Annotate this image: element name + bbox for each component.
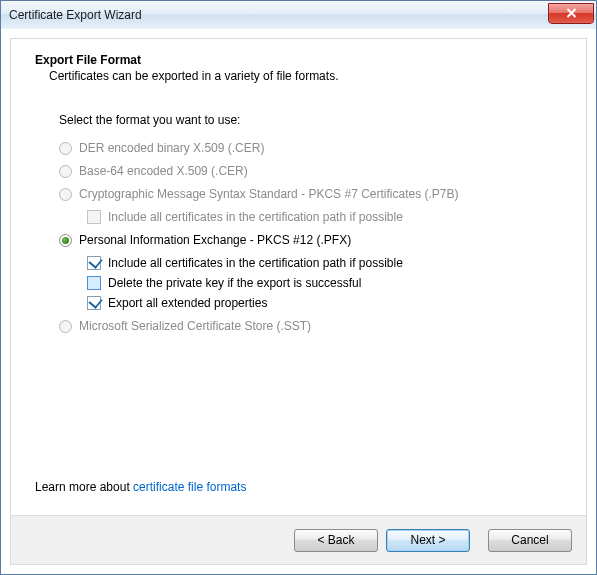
sub-p7b-include-path: Include all certificates in the certific… — [87, 210, 558, 224]
page-subtitle: Certificates can be exported in a variet… — [49, 69, 562, 83]
radio-sst — [59, 320, 72, 333]
learn-more: Learn more about certificate file format… — [35, 480, 246, 494]
next-button[interactable]: Next > — [386, 529, 470, 552]
page-header: Export File Format Certificates can be e… — [11, 39, 586, 93]
sub-pfx-export-ext[interactable]: Export all extended properties — [87, 296, 558, 310]
cancel-button[interactable]: Cancel — [488, 529, 572, 552]
button-row: < Back Next > Cancel — [11, 515, 586, 564]
close-button[interactable] — [548, 3, 594, 24]
window-body: Export File Format Certificates can be e… — [1, 29, 596, 574]
label-der: DER encoded binary X.509 (.CER) — [79, 141, 264, 155]
radio-p7b — [59, 188, 72, 201]
radio-pfx[interactable] — [59, 234, 72, 247]
checkbox-p7b-include-path — [87, 210, 101, 224]
close-icon — [566, 8, 577, 18]
radio-base64 — [59, 165, 72, 178]
radio-der — [59, 142, 72, 155]
wizard-window: Certificate Export Wizard Export File Fo… — [0, 0, 597, 575]
label-p7b-include-path: Include all certificates in the certific… — [108, 210, 403, 224]
learn-prefix: Learn more about — [35, 480, 133, 494]
option-pfx[interactable]: Personal Information Exchange - PKCS #12… — [59, 233, 558, 247]
label-pfx-export-ext: Export all extended properties — [108, 296, 267, 310]
format-form: Select the format you want to use: DER e… — [11, 93, 586, 333]
option-sst: Microsoft Serialized Certificate Store (… — [59, 319, 558, 333]
sub-pfx-include-path[interactable]: Include all certificates in the certific… — [87, 256, 558, 270]
option-base64: Base-64 encoded X.509 (.CER) — [59, 164, 558, 178]
label-pfx-delete-key: Delete the private key if the export is … — [108, 276, 361, 290]
learn-link[interactable]: certificate file formats — [133, 480, 246, 494]
option-der: DER encoded binary X.509 (.CER) — [59, 141, 558, 155]
back-button[interactable]: < Back — [294, 529, 378, 552]
label-pfx: Personal Information Exchange - PKCS #12… — [79, 233, 351, 247]
checkbox-pfx-export-ext[interactable] — [87, 296, 101, 310]
label-pfx-include-path: Include all certificates in the certific… — [108, 256, 403, 270]
label-base64: Base-64 encoded X.509 (.CER) — [79, 164, 248, 178]
page-title: Export File Format — [35, 53, 562, 67]
label-p7b: Cryptographic Message Syntax Standard - … — [79, 187, 459, 201]
checkbox-pfx-include-path[interactable] — [87, 256, 101, 270]
label-sst: Microsoft Serialized Certificate Store (… — [79, 319, 311, 333]
sub-pfx-delete-key[interactable]: Delete the private key if the export is … — [87, 276, 558, 290]
option-p7b: Cryptographic Message Syntax Standard - … — [59, 187, 558, 201]
checkbox-pfx-delete-key[interactable] — [87, 276, 101, 290]
titlebar: Certificate Export Wizard — [1, 1, 596, 30]
window-title: Certificate Export Wizard — [9, 8, 548, 22]
content-panel: Export File Format Certificates can be e… — [10, 38, 587, 565]
format-prompt: Select the format you want to use: — [59, 113, 558, 127]
